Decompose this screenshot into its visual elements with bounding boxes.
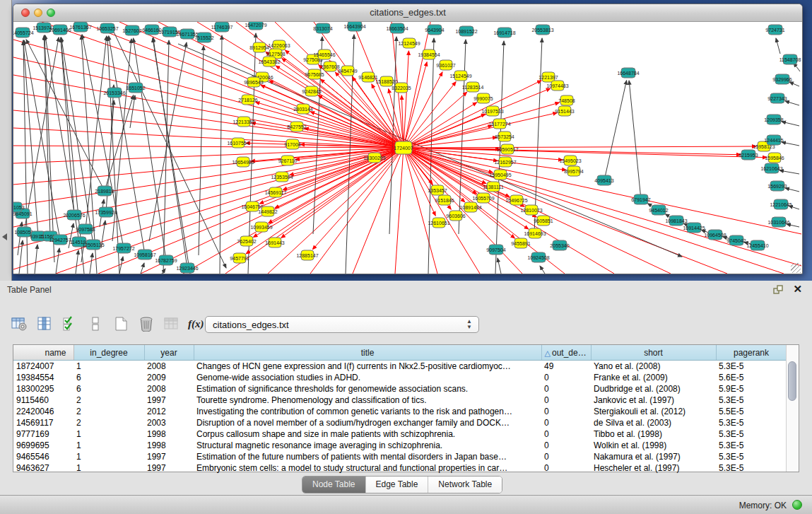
network-node-yellow[interactable]: 15495023	[559, 156, 581, 165]
network-node-teal[interactable]: 10653257	[96, 23, 118, 33]
citation-edge-black[interactable]	[787, 224, 799, 227]
table-row[interactable]: 1830029562008Estimation of significance …	[13, 383, 787, 395]
network-node-teal[interactable]: 16914425	[683, 223, 705, 233]
column-header-name[interactable]: name	[13, 345, 73, 361]
column-header-pagerank[interactable]: pagerank	[716, 345, 787, 361]
network-node-yellow[interactable]: 1353457	[428, 185, 447, 195]
column-header-short[interactable]: short	[591, 345, 716, 361]
network-node-yellow[interactable]: 1724007	[394, 141, 413, 154]
table-row[interactable]: 911546021997Tourette syndrome. Phenomeno…	[13, 395, 787, 406]
citation-edge-red[interactable]	[404, 62, 427, 148]
table-row[interactable]: 946554611997Estimation of the future num…	[13, 451, 787, 462]
network-node-yellow[interactable]: 9151443	[555, 106, 574, 116]
network-node-yellow[interactable]: 7625402	[237, 236, 256, 246]
citation-edge-red[interactable]	[395, 148, 404, 274]
tab-edge-table[interactable]: Edge Table	[366, 477, 429, 493]
vertical-scrollbar[interactable]	[786, 345, 799, 472]
network-node-yellow[interactable]: 917004	[284, 139, 300, 149]
citation-edge-red[interactable]	[404, 146, 756, 148]
citation-edge-black[interactable]	[776, 38, 780, 54]
function-builder-icon[interactable]: f(x)	[188, 318, 204, 330]
citation-edge-black[interactable]	[220, 35, 222, 274]
network-node-teal[interactable]: 4095413	[594, 175, 613, 185]
citation-edge-black[interactable]	[35, 245, 37, 274]
network-node-yellow[interactable]: 748508	[558, 95, 575, 105]
citation-edge-black[interactable]	[540, 266, 545, 274]
citation-edge-black[interactable]	[61, 37, 74, 215]
network-node-teal[interactable]: 16472079	[245, 22, 266, 30]
unselect-all-icon[interactable]	[86, 315, 105, 333]
citation-edge-red[interactable]	[404, 72, 442, 148]
network-node-yellow[interactable]: 16177274	[488, 119, 510, 129]
citation-edge-black[interactable]	[782, 142, 799, 146]
network-node-teal[interactable]: 16643904	[343, 22, 365, 31]
network-canvas[interactable]: 8912954142260639127508165433829275085154…	[13, 22, 801, 274]
network-node-teal[interactable]: 8215953	[739, 150, 758, 160]
network-node-teal[interactable]: 1569293	[767, 181, 787, 191]
citation-edge-black[interactable]	[19, 240, 23, 274]
citation-edge-black[interactable]	[56, 248, 59, 274]
network-node-yellow[interactable]: 9603606	[446, 211, 465, 221]
network-node-teal[interactable]: 16914718	[493, 28, 515, 37]
network-node-teal[interactable]: 17359924	[95, 207, 117, 217]
citation-edge-red[interactable]	[13, 40, 404, 148]
citation-edge-black[interactable]	[782, 122, 799, 126]
network-node-teal[interactable]: 1527602	[122, 25, 141, 35]
network-node-yellow[interactable]: 10993459	[250, 222, 272, 232]
network-node-yellow[interactable]: 15950495	[489, 170, 511, 180]
citation-edge-black[interactable]	[498, 258, 501, 274]
table-row[interactable]: 969969511998Structural magnetic resonanc…	[13, 440, 787, 451]
citation-edge-black[interactable]	[90, 253, 93, 274]
citation-edge-red[interactable]	[268, 148, 404, 274]
network-node-yellow[interactable]: 2367608	[320, 62, 339, 71]
citation-edge-black[interactable]	[629, 81, 641, 199]
network-node-yellow[interactable]: 9151846	[435, 195, 454, 205]
scrollbar-thumb[interactable]	[788, 361, 796, 401]
tab-node-table[interactable]: Node Table	[302, 477, 366, 493]
citation-edge-red[interactable]	[42, 22, 404, 148]
citation-edge-red[interactable]	[13, 110, 404, 148]
network-node-teal[interactable]: 2055340	[550, 240, 569, 250]
network-node-yellow[interactable]: 16914693	[524, 228, 546, 238]
network-node-yellow[interactable]: 14569117	[265, 187, 287, 197]
network-node-yellow[interactable]: 12162957	[494, 157, 516, 167]
network-node-teal[interactable]: 16210643	[760, 163, 782, 173]
network-node-teal[interactable]: 16648784	[617, 68, 639, 78]
network-node-teal[interactable]: 2189818	[95, 186, 114, 196]
network-node-teal[interactable]: 18663504	[386, 23, 408, 33]
citation-edge-red[interactable]	[269, 81, 404, 148]
network-window-titlebar[interactable]: citations_edges.txt	[13, 4, 802, 22]
network-node-teal[interactable]: 9097588	[76, 224, 95, 234]
resize-grip[interactable]	[791, 263, 801, 273]
network-node-teal[interactable]: 14055724	[13, 28, 34, 37]
network-node-teal[interactable]: 9745042	[726, 235, 746, 245]
citation-edge-red[interactable]	[404, 148, 741, 155]
network-node-yellow[interactable]: 19384554	[418, 49, 440, 59]
citation-edge-red[interactable]	[404, 51, 408, 148]
network-node-yellow[interactable]: 9457791	[230, 253, 249, 263]
column-header-out-degree[interactable]: △out_de…	[541, 345, 591, 361]
network-node-yellow[interactable]: 16107554	[227, 138, 249, 148]
network-node-teal[interactable]: 12455410	[746, 240, 768, 250]
citation-edge-red[interactable]	[404, 112, 557, 148]
network-node-teal[interactable]: 20153346	[103, 88, 125, 98]
network-node-teal[interactable]: 12923446	[176, 263, 198, 273]
citation-edge-black[interactable]	[76, 250, 78, 274]
table-row[interactable]: 2242004622012Investigating the contribut…	[13, 406, 787, 417]
network-node-teal[interactable]: 8313074	[313, 23, 332, 33]
citation-edge-black[interactable]	[789, 82, 799, 86]
table-row[interactable]: 1872400712008Changes of HCN gene express…	[13, 361, 787, 373]
network-node-yellow[interactable]: 2803144	[293, 104, 312, 114]
table-row[interactable]: 1456911722003Disruption of a novel membe…	[13, 417, 787, 428]
citation-edge-black[interactable]	[105, 95, 134, 191]
float-panel-icon[interactable]	[772, 284, 784, 296]
network-node-yellow[interactable]: 15124549	[449, 71, 471, 81]
network-node-yellow[interactable]: 8995794	[564, 166, 583, 176]
network-node-teal[interactable]: 1244415	[764, 135, 783, 145]
table-settings-icon[interactable]	[10, 315, 28, 333]
citation-edge-black[interactable]	[153, 37, 187, 268]
citation-edge-red[interactable]	[404, 92, 467, 148]
table-row[interactable]: 977716911998Corpus callosum shape and si…	[13, 428, 787, 440]
network-node-yellow[interactable]: 1595846	[765, 153, 784, 163]
network-node-teal[interactable]: 11746397	[211, 22, 233, 32]
